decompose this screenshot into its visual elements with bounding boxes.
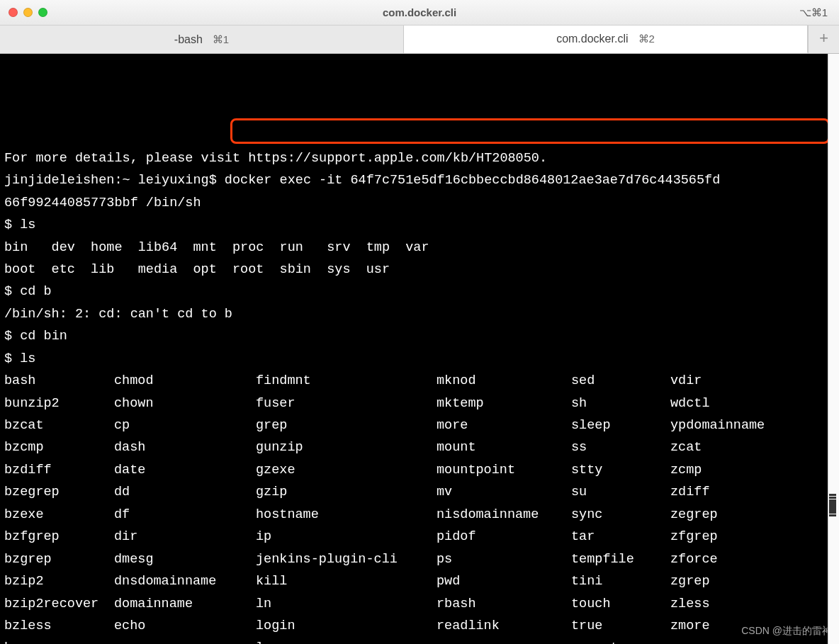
ls-entry: jenkins-plugin-cli (256, 548, 437, 570)
ls-entry: hostname (256, 504, 437, 526)
ls-entry: bzegrep (4, 481, 114, 503)
ls-entry: fuser (256, 392, 437, 414)
prompt: $ (4, 218, 20, 232)
terminal-output[interactable]: For more details, please visit https://s… (0, 54, 839, 644)
ls-entry: bzfgrep (4, 526, 114, 548)
error-line: /bin/sh: 2: cd: can't cd to b (4, 307, 232, 322)
command-text: 66f99244085773bbf /bin/sh (4, 196, 201, 210)
ls-entry: more (437, 414, 571, 436)
ls-entry: gunzip (256, 436, 437, 458)
window-titlebar: com.docker.cli ⌥⌘1 (0, 0, 839, 26)
ls-entry: chmod (114, 370, 256, 392)
ls-entry: dd (114, 481, 256, 503)
ls-entry: gzexe (256, 459, 437, 481)
ls-entry: df (114, 504, 256, 526)
text-line: For more details, please visit https://s… (4, 151, 547, 166)
ls-entry: zcat (670, 436, 702, 458)
ls-entry: ip (256, 526, 437, 548)
ls-entry: zcmp (670, 459, 702, 481)
watermark: CSDN @进击的雷神 (741, 623, 832, 640)
ls-entry: ypdomainname (670, 414, 765, 436)
ls-entry: kill (256, 570, 437, 592)
ls-entry: mknod (437, 370, 571, 392)
tab-bash[interactable]: -bash ⌘1 (0, 26, 404, 53)
plus-icon: + (819, 32, 828, 47)
ls-entry: dash (114, 436, 256, 458)
ls-entry: date (114, 459, 256, 481)
ls-entry: bunzip2 (4, 392, 114, 414)
ls-entry: pidof (437, 526, 571, 548)
ls-entry: rbash (437, 593, 571, 615)
ls-entry: mountpoint (437, 459, 571, 481)
window-title: com.docker.cli (0, 6, 839, 18)
ls-entry: sleep (571, 414, 670, 436)
prompt: $ (4, 284, 20, 299)
ls-entry: dir (114, 526, 256, 548)
ls-entry: zfgrep (670, 526, 718, 548)
prompt: $ (4, 329, 20, 344)
annotation-highlight-box (230, 118, 830, 144)
scroll-marks-icon (829, 493, 838, 517)
ls-entry: bzmore (4, 637, 114, 644)
ls-entry: grep (256, 414, 437, 436)
ls-entry: bzcat (4, 414, 114, 436)
ls-entry: tini (571, 570, 670, 592)
tab-label: -bash (174, 33, 203, 46)
command-text: ls (20, 218, 35, 232)
ls-entry: cp (114, 414, 256, 436)
tab-bar: -bash ⌘1 com.docker.cli ⌘2 + (0, 26, 839, 54)
ls-entry: ps (437, 548, 571, 570)
ls-entry: bzip2 (4, 570, 114, 592)
ls-entry: tar (571, 526, 670, 548)
ls-entry: ss (571, 436, 670, 458)
ls-entry: sync (571, 504, 670, 526)
ls-entry: dmesg (114, 548, 256, 570)
ls-entry: zmore (670, 615, 710, 637)
prompt: jinjideleishen:~ leiyuxing$ (4, 173, 225, 188)
ls-entry: sh (571, 392, 670, 414)
ls-entry: bzcmp (4, 436, 114, 458)
tab-docker-cli[interactable]: com.docker.cli ⌘2 (404, 26, 808, 53)
ls-entry: ln (256, 593, 437, 615)
text-line: bin dev home lib64 mnt proc run srv tmp … (4, 240, 429, 255)
command-text: docker exec -it 64f7c751e5df16cbbeccbd86… (225, 173, 720, 188)
ls-entry: mktemp (437, 392, 571, 414)
ls-entry: sed (571, 370, 670, 392)
ls-output-grid: bashchmodfindmntmknodsedvdir bunzip2chow… (4, 370, 835, 644)
ls-entry: zdiff (670, 481, 710, 503)
ls-entry: zgrep (670, 570, 710, 592)
new-tab-button[interactable]: + (808, 26, 839, 53)
ls-entry: bzless (4, 615, 114, 637)
ls-entry: znew (670, 637, 702, 644)
ls-entry: zforce (670, 548, 718, 570)
ls-entry: mount (437, 436, 571, 458)
ls-entry: login (256, 615, 437, 637)
ls-entry: chown (114, 392, 256, 414)
ls-entry: zegrep (670, 504, 718, 526)
ls-entry: bzexe (4, 504, 114, 526)
scrollbar[interactable] (828, 54, 839, 644)
ls-entry: wdctl (670, 392, 710, 414)
tab-label: com.docker.cli (556, 33, 628, 45)
ls-entry: echo (114, 615, 256, 637)
ls-entry: su (571, 481, 670, 503)
ls-entry: stty (571, 459, 670, 481)
ls-entry: rm (437, 637, 571, 644)
ls-entry: pwd (437, 570, 571, 592)
tab-shortcut: ⌘1 (213, 33, 229, 46)
ls-entry: readlink (437, 615, 571, 637)
ls-entry: vdir (670, 370, 702, 392)
text-line: boot etc lib media opt root sbin sys usr (4, 262, 390, 277)
ls-entry: bzdiff (4, 459, 114, 481)
command-text: cd bin (20, 329, 67, 344)
ls-entry: bash (4, 370, 114, 392)
ls-entry: mv (437, 481, 571, 503)
ls-entry: nisdomainname (437, 504, 571, 526)
tab-shortcut: ⌘2 (638, 33, 655, 45)
ls-entry: bzip2recover (4, 593, 114, 615)
ls-entry: domainname (114, 593, 256, 615)
ls-entry: touch (571, 593, 670, 615)
ls-entry: dnsdomainname (114, 570, 256, 592)
ls-entry: bzgrep (4, 548, 114, 570)
ls-entry: gzip (256, 481, 437, 503)
